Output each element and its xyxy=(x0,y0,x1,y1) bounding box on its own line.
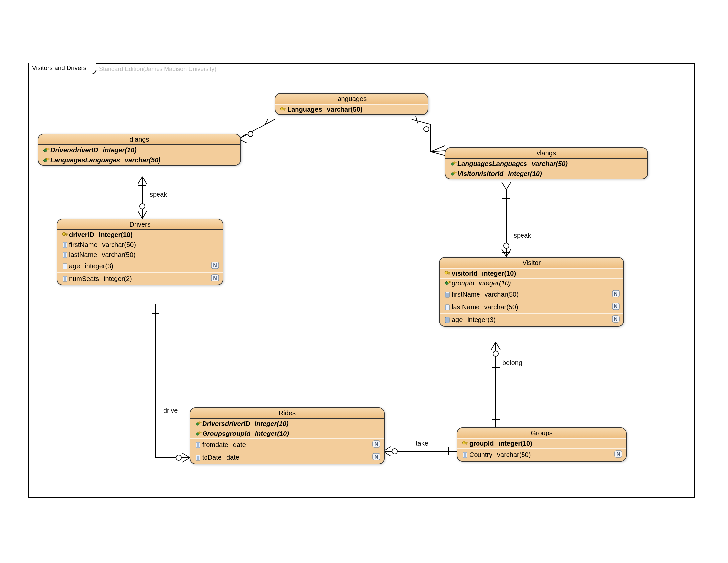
svg-rect-98 xyxy=(466,443,467,445)
foreign-key-icon xyxy=(449,160,457,167)
column-type: integer(2) xyxy=(104,275,211,283)
column-type: varchar(50) xyxy=(327,106,424,113)
label-take: take xyxy=(416,440,428,447)
column-name: LanguagesLanguages xyxy=(50,156,125,164)
label-belong: belong xyxy=(502,359,522,367)
column-icon xyxy=(194,442,202,449)
column-type: integer(10) xyxy=(255,420,381,428)
column-icon xyxy=(61,262,69,270)
column-icon xyxy=(443,291,452,299)
entity-visitor[interactable]: Visitor visitorId integer(10) groupId in… xyxy=(439,257,624,327)
column-icon xyxy=(61,241,69,249)
column-name: DriversdriverID xyxy=(202,420,255,428)
column-row: LanguagesLanguages varchar(50) xyxy=(445,159,647,168)
column-type: varchar(50) xyxy=(125,156,237,164)
entity-title: vlangs xyxy=(445,148,647,159)
svg-rect-78 xyxy=(200,422,201,423)
svg-rect-12 xyxy=(48,149,49,149)
entity-title: Visitor xyxy=(440,258,623,268)
column-row: fromdate date N xyxy=(190,439,384,451)
entity-languages[interactable]: languages Languages varchar(50) xyxy=(275,93,428,115)
column-row: numSeats integer(2) N xyxy=(57,272,223,285)
svg-text:N: N xyxy=(213,262,217,268)
svg-text:N: N xyxy=(614,304,618,309)
column-type: integer(10) xyxy=(103,146,237,154)
column-name: DriversdriverID xyxy=(50,146,103,154)
column-type: integer(3) xyxy=(467,316,612,324)
column-icon xyxy=(61,251,69,258)
column-type: integer(10) xyxy=(99,231,219,239)
column-row: VisitorvisitorId integer(10) xyxy=(445,168,647,178)
foreign-key-icon xyxy=(194,430,202,438)
column-name: driverID xyxy=(69,231,99,239)
svg-rect-55 xyxy=(445,292,449,298)
svg-rect-42 xyxy=(63,276,67,282)
column-row: lastName varchar(50) N xyxy=(440,301,623,313)
column-name: Languages xyxy=(287,106,327,113)
svg-rect-15 xyxy=(48,159,49,159)
nullable-n-icon: N xyxy=(614,450,623,460)
entity-title: Drivers xyxy=(57,219,223,230)
column-row: age integer(3) N xyxy=(57,259,223,272)
column-row: groupId integer(10) xyxy=(457,439,626,448)
column-name: age xyxy=(69,262,85,270)
svg-text:N: N xyxy=(374,442,378,447)
entity-drivers[interactable]: Drivers driverID integer(10) firstName v… xyxy=(57,218,223,286)
svg-rect-62 xyxy=(445,305,449,310)
label-speak-drivers: speak xyxy=(150,191,167,198)
primary-key-icon xyxy=(461,440,469,447)
svg-text:N: N xyxy=(614,291,618,297)
entity-dlangs[interactable]: dlangs DriversdriverID integer(10) Langu… xyxy=(38,134,241,165)
column-type: date xyxy=(226,454,372,461)
svg-rect-69 xyxy=(445,317,449,323)
entity-title: Rides xyxy=(190,408,384,419)
nullable-n-icon: N xyxy=(372,452,381,463)
svg-text:N: N xyxy=(374,454,378,460)
column-row: firstName varchar(50) N xyxy=(440,288,623,301)
foreign-key-icon xyxy=(42,147,50,154)
svg-rect-99 xyxy=(463,452,467,458)
nullable-n-icon: N xyxy=(211,261,219,271)
column-row: DriversdriverID integer(10) xyxy=(190,419,384,429)
column-name: fromdate xyxy=(202,441,233,449)
column-type: integer(10) xyxy=(508,170,644,177)
column-icon xyxy=(194,454,202,461)
primary-key-icon xyxy=(61,231,69,239)
column-row: age integer(3) N xyxy=(440,313,623,326)
column-icon xyxy=(443,316,452,324)
entity-groups[interactable]: Groups groupId integer(10) Country varch… xyxy=(457,427,627,462)
svg-rect-18 xyxy=(455,162,456,163)
column-name: numSeats xyxy=(69,275,104,283)
svg-rect-21 xyxy=(455,172,456,173)
entity-vlangs[interactable]: vlangs LanguagesLanguages varchar(50) Vi… xyxy=(445,147,648,179)
column-type: integer(10) xyxy=(498,440,623,447)
svg-rect-82 xyxy=(196,443,200,448)
column-name: groupId xyxy=(452,279,479,287)
column-name: LanguagesLanguages xyxy=(457,160,532,167)
nullable-n-icon: N xyxy=(612,302,620,312)
column-row: Country varchar(50) N xyxy=(457,448,626,461)
label-drive: drive xyxy=(163,407,178,414)
column-type: integer(3) xyxy=(85,262,211,270)
primary-key-icon xyxy=(443,270,452,277)
svg-rect-54 xyxy=(449,282,451,283)
nullable-n-icon: N xyxy=(372,440,381,450)
nullable-n-icon: N xyxy=(211,273,219,284)
column-row: visitorId integer(10) xyxy=(440,268,623,278)
nullable-n-icon: N xyxy=(612,315,620,325)
diagram-frame-title: Visitors and Drivers xyxy=(28,63,96,74)
column-type: varchar(50) xyxy=(485,291,612,299)
svg-rect-81 xyxy=(200,432,201,433)
column-icon xyxy=(61,275,69,283)
diagram-stage: Visual Paradigm for UML Standard Edition… xyxy=(0,0,728,563)
column-name: toDate xyxy=(202,454,226,461)
column-name: firstName xyxy=(69,241,102,249)
column-name: Country xyxy=(469,451,497,459)
column-name: visitorId xyxy=(452,269,482,277)
column-name: lastName xyxy=(69,251,102,258)
svg-rect-24 xyxy=(66,234,67,236)
column-name: GroupsgroupId xyxy=(202,430,255,438)
entity-rides[interactable]: Rides DriversdriverID integer(10) Groups… xyxy=(190,407,385,464)
column-row: toDate date N xyxy=(190,451,384,464)
svg-rect-25 xyxy=(63,242,67,248)
